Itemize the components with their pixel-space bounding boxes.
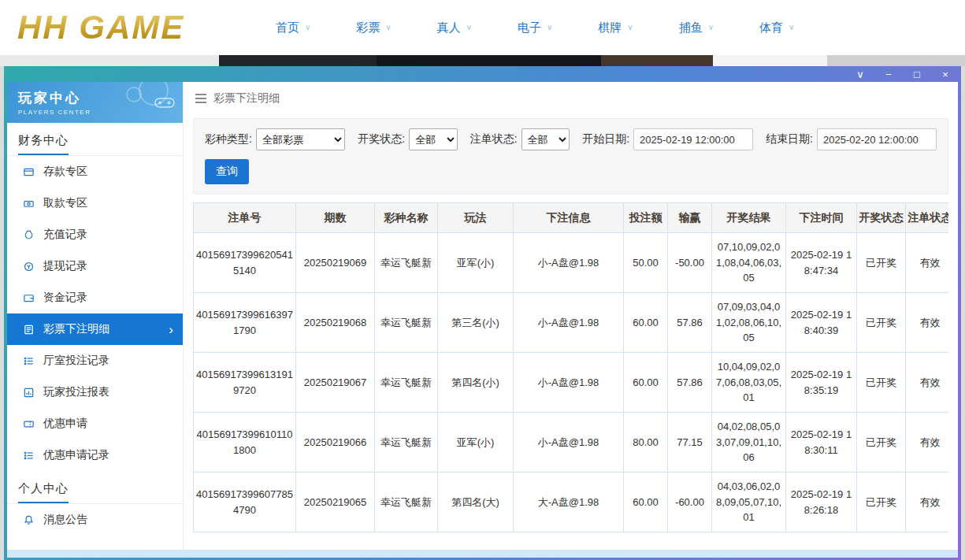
table-head-row: 注单号期数彩种名称玩法下注信息投注额输赢开奖结果下注时间开奖状态注单状态 xyxy=(194,203,949,233)
lottery-type-label: 彩种类型: xyxy=(205,132,252,146)
bet-list-icon xyxy=(23,324,35,336)
chevron-down-icon: ∨ xyxy=(708,24,714,32)
filter-panel: 彩种类型: 全部彩票 开奖状态: 全部 注单状态: 全部 开始日期: xyxy=(193,118,948,195)
cell-order_status: 有效 xyxy=(906,473,949,532)
cell-draw_result: 10,04,09,02,07,06,08,03,05,01 xyxy=(712,353,786,413)
sidebar-item-player-bet-report[interactable]: 玩家投注报表 xyxy=(7,376,183,408)
cell-bet_info: 小-A盘@1.98 xyxy=(514,413,624,473)
sidebar-item-deposit-zone[interactable]: 存款专区 xyxy=(7,156,183,187)
start-date-input[interactable] xyxy=(633,128,753,150)
draw-status-select[interactable]: 全部 xyxy=(409,128,458,150)
cell-play: 亚军(小) xyxy=(438,233,514,293)
nav-item-lottery[interactable]: 彩票∨ xyxy=(356,20,391,35)
draw-status-label: 开奖状态: xyxy=(358,132,405,146)
sidebar-item-withdrawal-record[interactable]: 提现记录 xyxy=(7,250,183,282)
sidebar-item-funds-record[interactable]: 资金记录 xyxy=(7,282,183,313)
sidebar-item-label: 充值记录 xyxy=(43,228,87,242)
cell-order_status: 有效 xyxy=(906,293,949,353)
chevron-down-icon: ∨ xyxy=(547,24,552,32)
search-button[interactable]: 查询 xyxy=(205,159,249,184)
site-logo[interactable]: HH GAME xyxy=(17,9,246,46)
nav-item-live[interactable]: 真人∨ xyxy=(437,20,472,35)
horizontal-scrollbar[interactable] xyxy=(7,550,958,558)
bet-table-wrap: 注单号期数彩种名称玩法下注信息投注额输赢开奖结果下注时间开奖状态注单状态 401… xyxy=(193,202,948,550)
coin-icon xyxy=(23,261,35,273)
cell-win_loss: -50.00 xyxy=(668,233,712,293)
menu-icon[interactable] xyxy=(195,98,206,99)
withdraw-icon xyxy=(23,198,35,210)
sidebar-item-withdraw-zone[interactable]: 取款专区 xyxy=(7,187,183,219)
cell-bet_amount: 60.00 xyxy=(624,473,668,532)
minimize-icon[interactable]: − xyxy=(882,69,895,80)
sidebar-item-label: 玩家投注报表 xyxy=(43,385,109,399)
cell-order_no: 401569173996163971790 xyxy=(194,293,296,353)
cell-draw_status: 已开奖 xyxy=(857,233,906,293)
cell-lottery_name: 幸运飞艇新 xyxy=(375,353,438,413)
money-bag-icon xyxy=(23,229,35,241)
sidebar-item-announcements[interactable]: 消息公告 xyxy=(7,504,183,536)
background-banner-fragment xyxy=(827,55,965,66)
chevron-down-icon: ∨ xyxy=(627,24,633,32)
sidebar-header: 玩家中心 PLAYERS CENTER xyxy=(7,82,183,123)
table-row: 40156917399607785479020250219065幸运飞艇新第四名… xyxy=(194,473,949,532)
end-date-input[interactable] xyxy=(817,128,937,150)
cell-order_status: 有效 xyxy=(906,233,949,293)
sidebar-item-lottery-bet-detail[interactable]: 彩票下注明细 › xyxy=(7,313,183,345)
nav-item-cards[interactable]: 棋牌∨ xyxy=(598,20,633,35)
section-personal-center: 个人中心 xyxy=(7,471,183,504)
order-status-select[interactable]: 全部 xyxy=(521,128,570,150)
deposit-icon xyxy=(23,166,35,178)
nav-item-home[interactable]: 首页∨ xyxy=(276,20,310,35)
cell-bet_time: 2025-02-19 18:40:39 xyxy=(786,293,857,353)
collapse-icon[interactable]: ∨ xyxy=(854,69,867,80)
start-date-label: 开始日期: xyxy=(582,132,629,146)
cell-draw_result: 07,09,03,04,01,02,08,06,10,05 xyxy=(712,293,786,353)
nav-label: 彩票 xyxy=(356,20,380,35)
sidebar-item-recharge-record[interactable]: 充值记录 xyxy=(7,219,183,250)
players-center-title: 玩家中心 xyxy=(18,89,172,107)
lottery-type-select[interactable]: 全部彩票 xyxy=(256,128,345,150)
cell-bet_time: 2025-02-19 18:26:18 xyxy=(786,473,857,532)
sidebar-item-promo-apply-record[interactable]: 优惠申请记录 xyxy=(7,439,183,471)
sidebar-item-promo-apply[interactable]: 优惠申请 xyxy=(7,408,183,439)
cell-bet_time: 2025-02-19 18:47:34 xyxy=(786,233,857,293)
sidebar-item-hall-bet-record[interactable]: 厅室投注记录 xyxy=(7,345,183,376)
cell-bet_amount: 50.00 xyxy=(624,233,668,293)
sidebar-item-label: 优惠申请记录 xyxy=(43,448,109,462)
sidebar-item-label: 优惠申请 xyxy=(43,417,87,431)
sidebar-item-label: 存款专区 xyxy=(43,165,87,179)
table-row: 40156917399610110180020250219066幸运飞艇新亚军(… xyxy=(194,413,949,473)
section-label-text: 个人中心 xyxy=(18,481,69,503)
gamepad-icon xyxy=(154,96,175,109)
table-row: 40156917399620541514020250219069幸运飞艇新亚军(… xyxy=(194,233,949,293)
bet-detail-table: 注单号期数彩种名称玩法下注信息投注额输赢开奖结果下注时间开奖状态注单状态 401… xyxy=(193,202,948,532)
column-header-bet_time: 下注时间 xyxy=(786,203,857,233)
section-label-text: 财务中心 xyxy=(18,133,69,155)
column-header-bet_amount: 投注额 xyxy=(624,203,668,233)
cell-bet_amount: 80.00 xyxy=(624,413,668,473)
chevron-right-icon: › xyxy=(169,323,173,336)
sidebar: 玩家中心 PLAYERS CENTER 财务中心 存款专区 取款专区 xyxy=(7,82,184,550)
filter-row: 彩种类型: 全部彩票 开奖状态: 全部 注单状态: 全部 开始日期: xyxy=(205,128,937,150)
column-header-issue: 期数 xyxy=(296,203,375,233)
background-banner-fragment xyxy=(377,55,601,66)
ticket-icon xyxy=(23,418,35,430)
column-header-bet_info: 下注信息 xyxy=(514,203,624,233)
sidebar-item-label: 取款专区 xyxy=(43,196,87,210)
cell-bet_amount: 60.00 xyxy=(624,293,668,353)
nav-label: 电子 xyxy=(518,20,541,35)
cell-win_loss: 77.15 xyxy=(668,413,712,473)
cell-order_status: 有效 xyxy=(906,353,949,413)
nav-label: 棋牌 xyxy=(598,20,622,35)
cell-win_loss: 57.86 xyxy=(668,293,712,353)
nav-item-fishing[interactable]: 捕鱼∨ xyxy=(679,20,714,35)
nav-item-sports[interactable]: 体育∨ xyxy=(759,20,794,35)
cell-bet_info: 小-A盘@1.98 xyxy=(514,353,624,413)
cell-lottery_name: 幸运飞艇新 xyxy=(375,413,438,473)
close-icon[interactable]: × xyxy=(939,69,952,80)
background-page-strip xyxy=(0,55,965,66)
maximize-icon[interactable]: □ xyxy=(911,69,923,80)
nav-item-slots[interactable]: 电子∨ xyxy=(518,20,552,35)
column-header-order_no: 注单号 xyxy=(194,203,296,233)
cell-lottery_name: 幸运飞艇新 xyxy=(375,473,438,532)
